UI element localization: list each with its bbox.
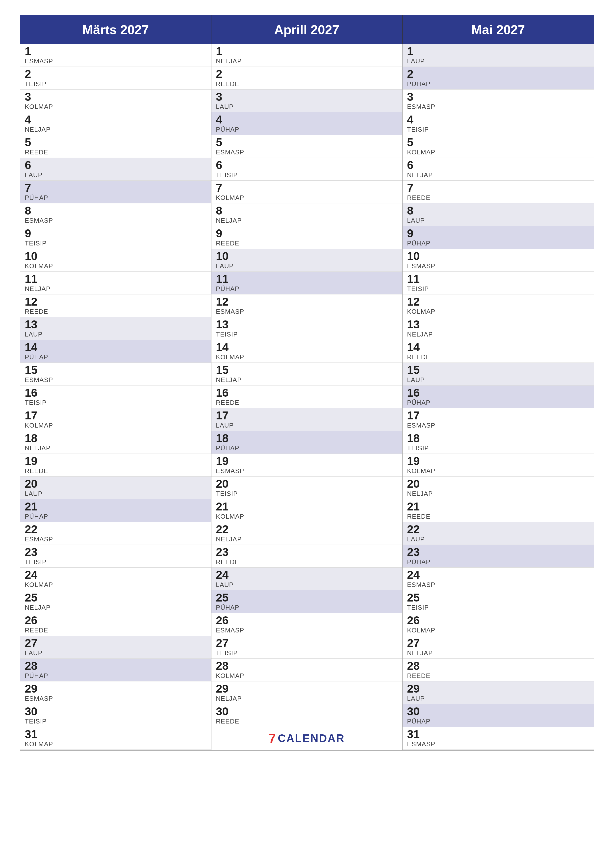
day-row: 17KOLMAP <box>20 408 211 431</box>
day-name: LAUP <box>25 490 43 498</box>
day-info: 15ESMASP <box>25 364 53 384</box>
day-number: 25 <box>25 592 51 603</box>
day-info: 16PÜHAP <box>407 387 431 406</box>
day-row: 5KOLMAP <box>403 135 594 158</box>
day-number: 27 <box>407 637 433 649</box>
day-number: 3 <box>216 91 234 102</box>
day-number: 1 <box>25 45 53 57</box>
day-row: 1LAUP <box>403 44 594 67</box>
day-number: 15 <box>216 364 242 376</box>
day-number: 19 <box>407 455 435 467</box>
day-name: PÜHAP <box>216 126 239 133</box>
day-row: 21PÜHAP <box>20 499 211 522</box>
day-name: TEISIP <box>25 399 47 406</box>
day-info: 2PÜHAP <box>407 68 431 88</box>
day-name: PÜHAP <box>216 604 239 611</box>
day-name: ESMASP <box>407 581 435 589</box>
day-number: 16 <box>407 387 431 398</box>
day-number: 3 <box>407 91 435 102</box>
day-row: 28PÜHAP <box>20 659 211 682</box>
day-number: 4 <box>216 114 239 125</box>
day-name: PÜHAP <box>407 399 431 406</box>
day-row: 28REEDE <box>403 659 594 682</box>
day-name: KOLMAP <box>25 581 53 589</box>
day-row: 11TEISIP <box>403 272 594 294</box>
day-number: 23 <box>25 546 47 558</box>
day-name: PÜHAP <box>407 718 431 725</box>
day-info: 6TEISIP <box>216 160 238 179</box>
day-row: 10KOLMAP <box>20 249 211 272</box>
day-number: 17 <box>407 410 435 421</box>
day-info: 23TEISIP <box>25 546 47 566</box>
day-info: 12ESMASP <box>216 296 244 315</box>
day-name: REEDE <box>25 308 48 315</box>
day-row: 1NELJAP <box>211 44 402 67</box>
day-name: KOLMAP <box>216 672 244 680</box>
day-name: KOLMAP <box>25 103 53 111</box>
day-info: 11TEISIP <box>407 273 429 293</box>
day-name: ESMASP <box>216 308 244 315</box>
day-row: 25NELJAP <box>20 591 211 613</box>
day-number: 20 <box>216 478 238 490</box>
day-number: 5 <box>407 136 435 148</box>
day-name: ESMASP <box>25 57 53 65</box>
day-number: 15 <box>407 364 425 376</box>
day-name: NELJAP <box>407 490 433 498</box>
day-info: 5KOLMAP <box>407 136 435 156</box>
month-header-apr: Aprill 2027 <box>211 16 403 44</box>
day-name: REEDE <box>407 353 431 361</box>
day-name: PÜHAP <box>216 285 239 293</box>
day-row: 17ESMASP <box>403 408 594 431</box>
day-row: 23TEISIP <box>20 545 211 567</box>
day-number: 2 <box>216 68 239 80</box>
day-info: 9REEDE <box>216 228 239 247</box>
day-info: 1NELJAP <box>216 45 242 65</box>
day-info: 8LAUP <box>407 205 425 225</box>
day-name: KOLMAP <box>216 353 244 361</box>
day-info: 9PÜHAP <box>407 228 431 247</box>
day-name: TEISIP <box>25 718 47 725</box>
day-info: 6NELJAP <box>407 160 433 179</box>
day-info: 17LAUP <box>216 410 234 429</box>
day-name: TEISIP <box>25 80 47 88</box>
day-number: 8 <box>216 205 242 216</box>
day-row: 15LAUP <box>403 363 594 386</box>
day-info: 5ESMASP <box>216 136 244 156</box>
day-info: 28KOLMAP <box>216 660 244 680</box>
day-name: LAUP <box>216 262 234 270</box>
logo-row: 7CALENDAR <box>211 727 402 750</box>
day-number: 7 <box>407 182 431 194</box>
day-info: 23REEDE <box>216 546 239 566</box>
day-number: 21 <box>25 501 48 512</box>
day-row: 26ESMASP <box>211 613 402 636</box>
day-row: 20NELJAP <box>403 477 594 499</box>
day-name: ESMASP <box>216 149 244 156</box>
day-row: 9REEDE <box>211 226 402 249</box>
day-info: 4PÜHAP <box>216 114 239 133</box>
day-info: 18NELJAP <box>25 432 51 452</box>
day-name: KOLMAP <box>407 467 435 475</box>
day-info: 22NELJAP <box>216 524 242 543</box>
day-number: 5 <box>25 136 48 148</box>
day-row: 3KOLMAP <box>20 90 211 112</box>
day-number: 29 <box>25 683 53 694</box>
day-row: 13NELJAP <box>403 317 594 340</box>
day-number: 6 <box>407 160 433 171</box>
day-info: 28REEDE <box>407 660 431 680</box>
day-info: 16REEDE <box>216 387 239 406</box>
day-row: 10LAUP <box>211 249 402 272</box>
day-number: 28 <box>407 660 431 671</box>
day-info: 11PÜHAP <box>216 273 239 293</box>
day-name: TEISIP <box>216 490 238 498</box>
day-name: TEISIP <box>216 649 238 657</box>
day-info: 14PÜHAP <box>25 341 48 361</box>
day-number: 31 <box>25 728 53 740</box>
day-info: 14KOLMAP <box>216 341 244 361</box>
day-info: 21KOLMAP <box>216 501 244 520</box>
day-info: 1ESMASP <box>25 45 53 65</box>
day-row: 28KOLMAP <box>211 659 402 682</box>
day-number: 10 <box>216 250 234 262</box>
day-number: 14 <box>407 341 431 353</box>
day-row: 15ESMASP <box>20 363 211 386</box>
day-info: 29LAUP <box>407 683 425 702</box>
